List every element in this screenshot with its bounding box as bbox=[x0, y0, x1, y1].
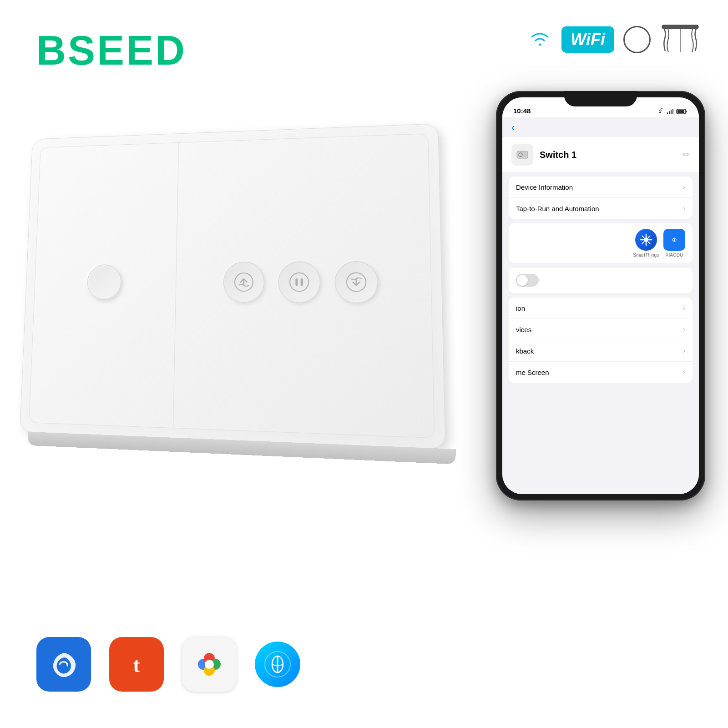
svg-point-3 bbox=[290, 273, 308, 292]
top-right-icons: WiFi bbox=[527, 23, 701, 56]
app-content: ‹ Switch 1 ✏ Device Inf bbox=[502, 117, 699, 494]
panel-bottom-edge bbox=[28, 432, 456, 464]
device-header: Switch 1 ✏ bbox=[502, 137, 699, 172]
phone-body: 10:48 bbox=[496, 91, 705, 500]
curtain-open-button[interactable] bbox=[223, 262, 265, 303]
menu-item-label: Device Information bbox=[516, 183, 573, 191]
xiaodu-integration[interactable]: ① XIAODU bbox=[663, 229, 685, 258]
menu-item-label: kback bbox=[516, 347, 534, 355]
integrations-section: SmartThings ① XIAODU bbox=[509, 223, 693, 263]
menu-item-label: me Screen bbox=[516, 369, 549, 376]
svg-rect-10 bbox=[671, 110, 672, 114]
svg-rect-0 bbox=[662, 25, 698, 29]
menu-item-home-screen[interactable]: me Screen › bbox=[509, 362, 693, 383]
alexa-icon[interactable] bbox=[255, 642, 300, 687]
edit-icon[interactable]: ✏ bbox=[683, 150, 690, 160]
curtain-stop-button[interactable] bbox=[278, 261, 321, 303]
smartthings-integration[interactable]: SmartThings bbox=[633, 229, 659, 258]
device-name: Switch 1 bbox=[540, 150, 677, 160]
smartthings-icon bbox=[635, 229, 657, 251]
bseed-logo: BSEED bbox=[36, 27, 187, 74]
menu-item-ion[interactable]: ion › bbox=[509, 298, 693, 319]
toggle-menu-item[interactable] bbox=[509, 268, 693, 293]
toggle-section bbox=[509, 268, 693, 293]
svg-rect-4 bbox=[296, 278, 298, 286]
nav-bar: ‹ bbox=[502, 117, 699, 137]
chevron-right-icon: › bbox=[683, 347, 685, 355]
tuya-icon[interactable]: t bbox=[109, 637, 164, 692]
phone-mockup: 10:48 bbox=[496, 91, 705, 500]
svg-rect-5 bbox=[301, 278, 303, 286]
menu-item-vices[interactable]: vices › bbox=[509, 319, 693, 340]
menu-section-top: Device Information › Tap-to-Run and Auto… bbox=[509, 177, 693, 219]
phone-notch bbox=[564, 91, 637, 106]
menu-section-lower: ion › vices › kback › me Screen › bbox=[509, 298, 693, 383]
menu-item-label: Tap-to-Run and Automation bbox=[516, 205, 599, 212]
smart-life-icon[interactable] bbox=[36, 637, 91, 692]
svg-rect-13 bbox=[686, 111, 687, 112]
svg-rect-11 bbox=[672, 109, 673, 114]
switch-device bbox=[14, 127, 460, 482]
circle-icon bbox=[623, 26, 651, 53]
chevron-right-icon: › bbox=[683, 204, 685, 212]
toggle-switch[interactable] bbox=[516, 274, 539, 287]
integrations-row: SmartThings ① XIAODU bbox=[509, 223, 693, 263]
svg-rect-8 bbox=[667, 112, 668, 114]
single-switch-button[interactable] bbox=[86, 264, 121, 300]
chevron-right-icon: › bbox=[683, 304, 685, 312]
xiaodu-label: XIAODU bbox=[666, 253, 683, 258]
menu-item-label: vices bbox=[516, 326, 531, 334]
svg-point-7 bbox=[659, 111, 661, 113]
xiaodu-label-inner: ① bbox=[672, 237, 677, 243]
curtain-close-button[interactable] bbox=[335, 261, 379, 303]
chevron-right-icon: › bbox=[683, 325, 685, 334]
svg-text:t: t bbox=[133, 653, 140, 677]
svg-point-17 bbox=[644, 238, 648, 242]
toggle-thumb bbox=[517, 275, 528, 286]
wifi-label: WiFi bbox=[571, 30, 605, 49]
menu-item-tap-to-run[interactable]: Tap-to-Run and Automation › bbox=[509, 198, 693, 219]
switch-panel-inner bbox=[29, 133, 435, 438]
chevron-right-icon: › bbox=[683, 368, 685, 376]
wifi-signal-icon bbox=[527, 29, 552, 51]
device-thumbnail bbox=[511, 144, 533, 166]
curtain-icon bbox=[660, 23, 701, 56]
status-icons bbox=[656, 108, 688, 115]
menu-item-label: ion bbox=[516, 304, 525, 312]
svg-rect-9 bbox=[669, 111, 670, 114]
status-time: 10:48 bbox=[513, 107, 531, 115]
chevron-right-icon: › bbox=[683, 183, 685, 191]
xiaodu-icon: ① bbox=[663, 229, 685, 251]
bottom-brand-icons: t bbox=[36, 637, 300, 692]
svg-rect-14 bbox=[677, 110, 684, 113]
switch-panel bbox=[20, 123, 445, 449]
left-switch-section bbox=[29, 143, 179, 428]
svg-point-23 bbox=[205, 660, 214, 669]
back-button[interactable]: ‹ bbox=[511, 122, 515, 134]
menu-item-back[interactable]: kback › bbox=[509, 340, 693, 362]
smartthings-label: SmartThings bbox=[633, 253, 659, 258]
google-assistant-icon[interactable] bbox=[182, 637, 237, 692]
wifi-badge: WiFi bbox=[561, 26, 614, 53]
right-curtain-section bbox=[176, 261, 431, 303]
menu-item-device-info[interactable]: Device Information › bbox=[509, 177, 693, 198]
phone-screen: 10:48 bbox=[502, 97, 699, 494]
